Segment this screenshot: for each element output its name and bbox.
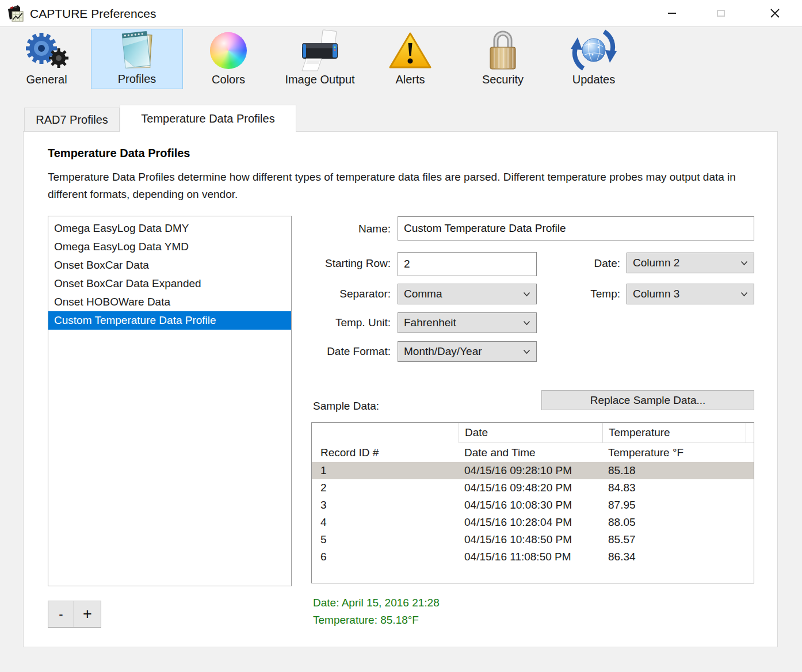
cell-date-time: 04/15/16 10:48:50 PM: [459, 531, 602, 548]
date-column-dropdown[interactable]: Column 2: [627, 253, 754, 273]
table-row[interactable]: 2 04/15/16 09:48:20 PM 84.83: [312, 479, 754, 497]
toolbar-label-general: General: [26, 72, 67, 87]
cell-date-time: 04/15/16 10:28:04 PM: [459, 514, 602, 531]
cell-temperature: 88.05: [602, 514, 754, 531]
separator-dropdown[interactable]: Comma: [398, 284, 537, 304]
globe-sync-icon: [570, 28, 618, 72]
toolbar-item-profiles[interactable]: Profiles: [91, 29, 183, 89]
gears-icon: [23, 30, 70, 71]
minimize-icon: [668, 13, 676, 14]
separator-label: Separator:: [281, 287, 391, 301]
sample-data-label: Sample Data:: [313, 400, 379, 413]
add-profile-button[interactable]: +: [74, 601, 101, 628]
toolbar-label-updates: Updates: [572, 72, 616, 87]
list-item[interactable]: Onset BoxCar Data Expanded: [48, 274, 291, 293]
date-format-label: Date Format:: [281, 345, 391, 358]
table-row[interactable]: 4 04/15/16 10:28:04 PM 88.05: [312, 514, 754, 531]
toolbar-item-alerts[interactable]: Alerts: [385, 29, 435, 89]
toolbar-item-colors[interactable]: Colors: [201, 29, 255, 89]
cell-temperature: 84.83: [602, 479, 754, 497]
maximize-button: [708, 0, 734, 26]
cell-temperature: 85.18: [602, 462, 754, 479]
list-item-selected[interactable]: Custom Temperature Data Profile: [48, 311, 291, 330]
toolbar-label-profiles: Profiles: [118, 71, 156, 86]
toolbar-item-general[interactable]: General: [21, 29, 72, 89]
cell-date-time: 04/15/16 09:28:10 PM: [459, 462, 602, 479]
toolbar-label-security: Security: [482, 72, 524, 87]
cell-record-id: 5: [312, 531, 459, 548]
date-column-value: Column 2: [633, 257, 679, 269]
table-header-row: Record ID # Date and Time Temperature °F: [312, 443, 754, 462]
table-row[interactable]: 6 04/15/16 11:08:50 PM 86.34: [312, 548, 754, 566]
group-header-empty: [312, 423, 459, 443]
cell-record-id: 1: [312, 462, 459, 479]
toolbar-item-security[interactable]: Security: [474, 29, 532, 89]
list-item[interactable]: Omega EasyLog Data DMY: [48, 219, 291, 238]
page-title: Temperature Data Profiles: [48, 147, 190, 160]
minimize-button[interactable]: [659, 0, 685, 26]
column-header-date-time: Date and Time: [459, 443, 602, 462]
name-label: Name:: [299, 222, 391, 236]
cell-record-id: 4: [312, 514, 459, 531]
status-date: Date: April 15, 2016 21:28: [313, 595, 440, 610]
toolbar-item-image-output[interactable]: Image Output: [274, 29, 366, 89]
temp-unit-value: Fahrenheit: [404, 316, 456, 329]
toolbar-label-image-output: Image Output: [285, 72, 354, 87]
chevron-down-icon: [523, 349, 530, 354]
color-sphere-icon: [210, 32, 247, 69]
title-bar: CAPTURE Preferences: [0, 0, 802, 27]
maximize-icon: [717, 10, 725, 17]
table-row[interactable]: 5 04/15/16 10:48:50 PM 85.57: [312, 531, 754, 548]
temp-column-dropdown[interactable]: Column 3: [627, 284, 754, 304]
cell-record-id: 2: [312, 479, 459, 497]
cell-temperature: 85.57: [602, 531, 754, 548]
temp-column-label: Temp:: [563, 287, 620, 301]
temp-unit-dropdown[interactable]: Fahrenheit: [398, 312, 537, 333]
column-header-temperature-f: Temperature °F: [602, 443, 754, 462]
date-format-value: Month/Day/Year: [404, 345, 482, 358]
tab-rad7-profiles[interactable]: RAD7 Profiles: [24, 108, 120, 131]
chevron-down-icon: [523, 292, 530, 297]
cell-date-time: 04/15/16 11:08:50 PM: [459, 548, 602, 566]
group-header-temperature: Temperature: [602, 423, 746, 443]
group-header-date: Date: [459, 423, 602, 443]
temp-unit-label: Temp. Unit:: [281, 316, 391, 330]
page-description: Temperature Data Profiles determine how …: [48, 169, 750, 203]
date-format-dropdown[interactable]: Month/Day/Year: [398, 341, 537, 362]
cell-temperature: 87.95: [602, 497, 754, 514]
profiles-listbox: Omega EasyLog Data DMY Omega EasyLog Dat…: [48, 216, 292, 586]
toolbar-item-updates[interactable]: Updates: [565, 29, 622, 89]
sample-data-table: Date Temperature Record ID # Date and Ti…: [311, 422, 754, 583]
group-header-spacer: [746, 423, 754, 443]
warning-triangle-icon: [388, 30, 433, 71]
status-temperature: Temperature: 85.18°F: [313, 613, 419, 628]
separator-value: Comma: [404, 288, 442, 300]
notepad-icon: [114, 28, 160, 71]
list-item[interactable]: Omega EasyLog Data YMD: [48, 238, 291, 256]
list-item[interactable]: Onset BoxCar Data: [48, 256, 291, 274]
toolbar-label-alerts: Alerts: [395, 72, 425, 87]
close-button[interactable]: [762, 0, 788, 26]
list-item[interactable]: Onset HOBOWare Data: [48, 293, 291, 311]
table-row[interactable]: 3 04/15/16 10:08:30 PM 87.95: [312, 497, 754, 514]
chevron-down-icon: [523, 320, 530, 326]
cell-date-time: 04/15/16 10:08:30 PM: [459, 497, 602, 514]
starting-row-label: Starting Row:: [281, 257, 391, 270]
starting-row-field[interactable]: [398, 252, 537, 276]
name-field[interactable]: [398, 216, 754, 240]
cell-record-id: 6: [312, 548, 459, 566]
chevron-down-icon: [740, 292, 748, 297]
remove-profile-button[interactable]: -: [48, 601, 74, 628]
toolbar-label-colors: Colors: [212, 72, 245, 87]
cell-record-id: 3: [312, 497, 459, 514]
table-row-selected[interactable]: 1 04/15/16 09:28:10 PM 85.18: [312, 462, 754, 479]
printer-icon: [295, 29, 345, 72]
table-group-header-row: Date Temperature: [312, 423, 754, 443]
tab-temperature-data-profiles[interactable]: Temperature Data Profiles: [120, 105, 296, 132]
capture-preferences-window: CAPTURE Preferences: [0, 0, 802, 672]
cell-temperature: 86.34: [602, 548, 754, 566]
close-icon: [770, 8, 780, 18]
replace-sample-data-button[interactable]: Replace Sample Data...: [541, 390, 754, 410]
app-icon: [6, 4, 25, 24]
date-column-label: Date:: [563, 257, 620, 270]
